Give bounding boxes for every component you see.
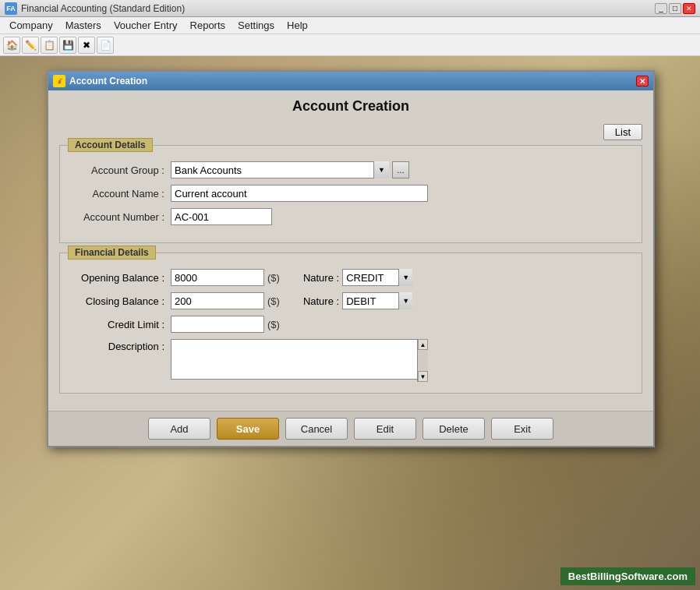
dialog-body: Account Creation List Account Details Ac… (48, 90, 653, 411)
opening-balance-row: Opening Balance : ($) Nature : CREDIT DE… (69, 269, 632, 286)
opening-nature-select[interactable]: CREDIT DEBIT (342, 269, 412, 286)
account-creation-dialog: 💰 Account Creation ✕ Account Creation Li… (47, 70, 655, 447)
opening-balance-unit: ($) (267, 272, 280, 284)
dialog-titlebar: 💰 Account Creation ✕ (48, 72, 653, 90)
account-group-select-wrapper: Bank Accounts Cash Accounts Sundry Debto… (171, 161, 389, 178)
toolbar-edit-button[interactable]: ✏️ (22, 37, 39, 54)
delete-button[interactable]: Delete (422, 418, 485, 440)
scrollbar-up-button[interactable]: ▲ (418, 339, 428, 350)
account-details-section: Account Details Account Group : Bank Acc… (59, 145, 642, 243)
account-number-label: Account Number : (69, 211, 171, 223)
add-button[interactable]: Add (148, 418, 210, 440)
closing-nature-label: Nature : (303, 295, 339, 307)
closing-nature-select-wrapper: CREDIT DEBIT ▼ (342, 292, 412, 309)
toolbar-save-button[interactable]: 💾 (59, 37, 76, 54)
edit-button[interactable]: Edit (354, 418, 416, 440)
menubar: Company Masters Voucher Entry Reports Se… (0, 17, 700, 34)
account-group-row: Account Group : Bank Accounts Cash Accou… (69, 161, 632, 178)
opening-nature-group: Nature : CREDIT DEBIT ▼ (303, 269, 412, 286)
toolbar-home-button[interactable]: 🏠 (3, 37, 20, 54)
menu-masters[interactable]: Masters (59, 18, 108, 33)
closing-balance-row: Closing Balance : ($) Nature : CREDIT DE… (69, 292, 632, 309)
account-name-row: Account Name : (69, 185, 632, 202)
menu-voucher-entry[interactable]: Voucher Entry (108, 18, 184, 33)
toolbar: 🏠 ✏️ 📋 💾 ✖ 📄 (0, 34, 700, 56)
credit-limit-input[interactable] (171, 316, 264, 333)
exit-button[interactable]: Exit (491, 418, 553, 440)
dialog-title-area: 💰 Account Creation (53, 75, 147, 87)
description-textarea-wrapper: ▲ ▼ (171, 339, 428, 382)
dialog-footer: Add Save Cancel Edit Delete Exit (48, 411, 653, 446)
credit-limit-row: Credit Limit : ($) (69, 316, 632, 333)
description-label: Description : (69, 339, 171, 352)
account-group-browse-button[interactable]: … (392, 161, 409, 178)
dialog-heading: Account Creation (59, 98, 642, 115)
account-name-input[interactable] (171, 185, 428, 202)
dialog-icon: 💰 (53, 75, 65, 87)
account-details-legend: Account Details (68, 138, 153, 152)
closing-balance-input[interactable] (171, 292, 264, 309)
credit-limit-unit: ($) (267, 319, 280, 330)
watermark-text: BestBillingSoftware.com (568, 571, 688, 582)
description-scrollbar: ▲ ▼ (417, 339, 428, 382)
closing-nature-group: Nature : CREDIT DEBIT ▼ (303, 292, 412, 309)
account-group-select[interactable]: Bank Accounts Cash Accounts Sundry Debto… (171, 161, 389, 178)
description-textarea[interactable] (171, 339, 428, 380)
opening-balance-input[interactable] (171, 269, 264, 286)
app-title: Financial Accounting (Standard Edition) (21, 3, 655, 14)
maximize-button[interactable]: □ (669, 3, 681, 14)
financial-details-legend: Financial Details (68, 246, 156, 260)
watermark: BestBillingSoftware.com (560, 567, 695, 585)
opening-balance-label: Opening Balance : (69, 272, 171, 284)
toolbar-print-button[interactable]: 📄 (97, 37, 114, 54)
menu-help[interactable]: Help (281, 18, 314, 33)
menu-settings[interactable]: Settings (232, 18, 281, 33)
app-titlebar: FA Financial Accounting (Standard Editio… (0, 0, 700, 17)
titlebar-buttons: _ □ ✕ (655, 3, 695, 14)
account-number-input[interactable] (171, 208, 272, 225)
menu-company[interactable]: Company (3, 18, 59, 33)
toolbar-list-button[interactable]: 📋 (41, 37, 58, 54)
account-name-label: Account Name : (69, 188, 171, 200)
scrollbar-track (418, 350, 428, 371)
toolbar-delete-button[interactable]: ✖ (78, 37, 95, 54)
opening-nature-select-wrapper: CREDIT DEBIT ▼ (342, 269, 412, 286)
content-area: 💰 Account Creation ✕ Account Creation Li… (0, 56, 700, 590)
minimize-button[interactable]: _ (655, 3, 667, 14)
dialog-title-text: Account Creation (69, 76, 147, 87)
opening-nature-label: Nature : (303, 272, 339, 284)
close-app-button[interactable]: ✕ (683, 3, 695, 14)
menu-reports[interactable]: Reports (184, 18, 232, 33)
scrollbar-down-button[interactable]: ▼ (418, 371, 428, 382)
closing-balance-unit: ($) (267, 295, 280, 307)
cancel-button[interactable]: Cancel (285, 418, 348, 440)
app-icon: FA (5, 2, 17, 15)
credit-limit-label: Credit Limit : (69, 319, 171, 330)
closing-nature-select[interactable]: CREDIT DEBIT (342, 292, 412, 309)
closing-balance-label: Closing Balance : (69, 295, 171, 307)
save-button[interactable]: Save (217, 418, 279, 440)
financial-details-section: Financial Details Opening Balance : ($) … (59, 253, 642, 394)
list-button[interactable]: List (603, 124, 642, 140)
description-row: Description : ▲ ▼ (69, 339, 632, 382)
dialog-close-button[interactable]: ✕ (636, 76, 649, 87)
account-number-row: Account Number : (69, 208, 632, 225)
account-group-label: Account Group : (69, 164, 171, 176)
